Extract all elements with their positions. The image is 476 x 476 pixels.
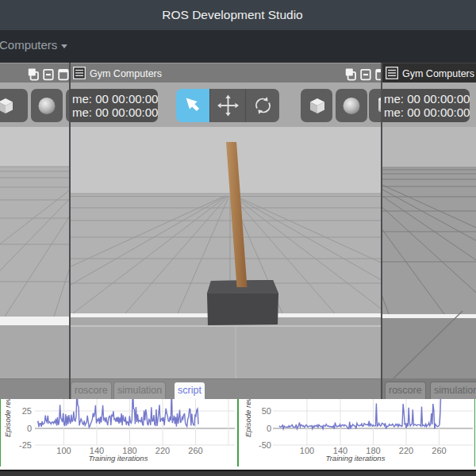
svg-text:100: 100 [300, 446, 314, 455]
svg-text:Training iterations: Training iterations [89, 454, 148, 463]
svg-text:220: 220 [399, 446, 413, 455]
svg-text:Episode reward: Episode reward [3, 399, 12, 437]
svg-text:220: 220 [155, 446, 170, 455]
svg-text:-50: -50 [259, 440, 271, 450]
svg-text:Training iterations: Training iterations [326, 454, 386, 463]
svg-text:0: 0 [267, 424, 271, 433]
svg-text:25: 25 [22, 406, 32, 416]
svg-text:Episode reward: Episode reward [244, 399, 252, 437]
svg-text:0: 0 [27, 424, 32, 433]
svg-text:-25: -25 [19, 440, 32, 450]
svg-text:50: 50 [262, 406, 271, 416]
svg-text:260: 260 [188, 446, 202, 455]
svg-text:260: 260 [432, 446, 446, 455]
svg-text:100: 100 [56, 446, 71, 455]
